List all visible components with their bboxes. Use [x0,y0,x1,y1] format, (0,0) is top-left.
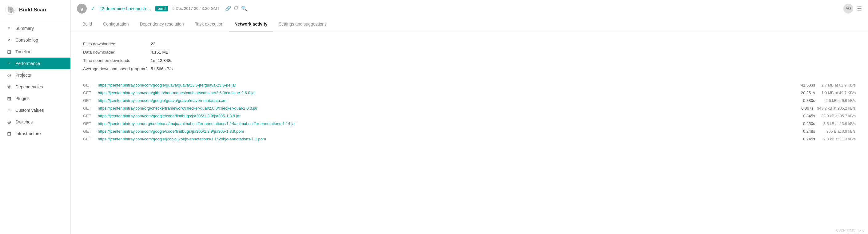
plugins-icon: ⊞ [6,96,12,101]
download-row: GET https://jcenter.bintray.com/com/goog… [83,81,856,89]
account-avatar[interactable]: AO [843,4,853,13]
download-url[interactable]: https://jcenter.bintray.com/com/google/g… [98,98,793,103]
build-date: 5 Dec 2017 20:43:20 GMT [172,6,219,11]
console-log-icon: > [6,37,12,43]
footer-note: CSDN @MC_Tony [836,229,864,232]
download-row: GET https://jcenter.bintray.com/com/goog… [83,127,856,135]
download-size: 2.7 MB at 62.9 KB/s [819,83,856,87]
http-method: GET [83,114,94,118]
download-row: GET https://jcenter.bintray.com/org/chec… [83,105,856,112]
tabs-bar: BuildConfigurationDependency resolutionT… [71,17,868,31]
build-status-icon: ✓ [91,5,95,11]
download-time: 41.583s [797,83,815,87]
sidebar-item-label: Timeline [16,49,31,54]
http-method: GET [83,137,94,141]
switches-icon: ⊜ [6,119,12,125]
stat-label: Average download speed (approx.) [83,66,151,72]
user-avatar: g [77,4,87,13]
download-time: 0.380s [797,98,815,103]
download-row: GET https://jcenter.bintray.com/com/goog… [83,112,856,120]
history-icon[interactable]: ⏱ [234,5,239,11]
sidebar-item-timeline[interactable]: ⊞ Timeline [0,46,70,58]
http-method: GET [83,106,94,111]
stat-value: 22 [151,41,856,47]
timeline-icon: ⊞ [6,49,12,55]
tab-configuration[interactable]: Configuration [97,17,134,31]
topbar-right: AO ☰ [843,4,862,13]
stat-value: 1m 12.348s [151,57,856,64]
sidebar: 🐘 Build Scan ≡ Summary > Console log ⊞ T… [0,0,71,234]
stat-label: Files downloaded [83,41,151,47]
content-area: Files downloaded22Data downloaded4.151 M… [71,31,868,234]
tab-settings-suggestions[interactable]: Settings and suggestions [273,17,332,31]
svg-text:🐘: 🐘 [7,5,16,14]
stat-value: 51.566 kB/s [151,66,856,72]
http-method: GET [83,83,94,87]
sidebar-nav: ≡ Summary > Console log ⊞ Timeline ~ Per… [0,20,70,234]
download-row: GET https://jcenter.bintray.com/com/goog… [83,97,856,105]
sidebar-item-label: Dependencies [16,84,43,89]
performance-icon: ~ [6,61,12,66]
topbar-action-icons: 🔗 ⏱ 🔍 [225,5,247,11]
download-size: 2.6 kB at 6.9 kB/s [819,98,856,103]
downloads-list: GET https://jcenter.bintray.com/com/goog… [83,81,856,143]
sidebar-item-custom-values[interactable]: ≡ Custom values [0,105,70,116]
sidebar-item-label: Console log [16,37,38,42]
http-method: GET [83,98,94,103]
sidebar-item-infrastructure[interactable]: ⊟ Infrastructure [0,128,70,140]
sidebar-item-label: Performance [16,61,40,66]
tab-task-execution[interactable]: Task execution [189,17,229,31]
tab-network-activity[interactable]: Network activity [229,17,273,31]
sidebar-item-projects[interactable]: ⊙ Projects [0,69,70,81]
download-url[interactable]: https://jcenter.bintray.com/com/google/c… [98,129,793,134]
sidebar-header: 🐘 Build Scan [0,0,70,20]
stat-value: 4.151 MB [151,49,856,55]
tab-build[interactable]: Build [77,17,97,31]
network-stats: Files downloaded22Data downloaded4.151 M… [83,41,856,72]
menu-icon[interactable]: ☰ [857,5,862,12]
download-url[interactable]: https://jcenter.bintray.com/org/checkerf… [98,106,791,111]
http-method: GET [83,129,94,134]
sidebar-item-label: Projects [16,73,31,78]
sidebar-item-label: Plugins [16,96,30,101]
download-time: 0.248s [797,129,815,134]
link-icon[interactable]: 🔗 [225,5,231,11]
sidebar-item-label: Summary [16,26,34,31]
download-size: 1.0 MB at 49.7 KB/s [819,91,856,95]
http-method: GET [83,90,94,95]
sidebar-item-plugins[interactable]: ⊞ Plugins [0,93,70,105]
download-url[interactable]: https://jcenter.bintray.com/com/google/g… [98,83,793,87]
stat-label: Time spent on downloads [83,57,151,64]
search-icon[interactable]: 🔍 [241,5,247,11]
download-size: 3.5 kB at 13.9 kB/s [819,122,856,126]
topbar: g ✓ 22-determine-how-much-... build 5 De… [71,0,868,17]
download-time: 0.345s [797,114,815,118]
gradle-logo: 🐘 [5,4,16,16]
sidebar-item-summary[interactable]: ≡ Summary [0,23,70,34]
tab-dependency-resolution[interactable]: Dependency resolution [134,17,189,31]
sidebar-item-label: Infrastructure [16,131,40,136]
download-url[interactable]: https://jcenter.bintray.com/com/google/j… [98,137,793,141]
download-url[interactable]: https://jcenter.bintray.com/org/codehaus… [98,121,793,126]
custom-values-icon: ≡ [6,108,12,113]
sidebar-item-dependencies[interactable]: ❋ Dependencies [0,81,70,93]
download-size: 343.2 kB at 935.2 kB/s [817,106,856,111]
download-time: 0.245s [797,137,815,141]
download-size: 2.8 kB at 11.3 kB/s [819,137,856,141]
sidebar-item-switches[interactable]: ⊜ Switches [0,116,70,128]
app-title: Build Scan [19,7,46,13]
sidebar-item-performance[interactable]: ~ Performance [0,58,70,69]
download-url[interactable]: https://jcenter.bintray.com/com/google/c… [98,114,793,118]
download-time: 0.250s [797,121,815,126]
projects-icon: ⊙ [6,72,12,78]
summary-icon: ≡ [6,26,12,31]
infrastructure-icon: ⊟ [6,131,12,137]
download-time: 0.367s [795,106,813,111]
build-name[interactable]: 22-determine-how-much-... [99,6,151,11]
build-tag[interactable]: build [155,6,168,11]
download-size: 33.0 kB at 95.7 kB/s [819,114,856,118]
sidebar-item-console-log[interactable]: > Console log [0,34,70,46]
dependencies-icon: ❋ [6,84,12,90]
download-row: GET https://jcenter.bintray.com/org/code… [83,120,856,127]
download-url[interactable]: https://jcenter.bintray.com/com/github/b… [98,90,793,95]
